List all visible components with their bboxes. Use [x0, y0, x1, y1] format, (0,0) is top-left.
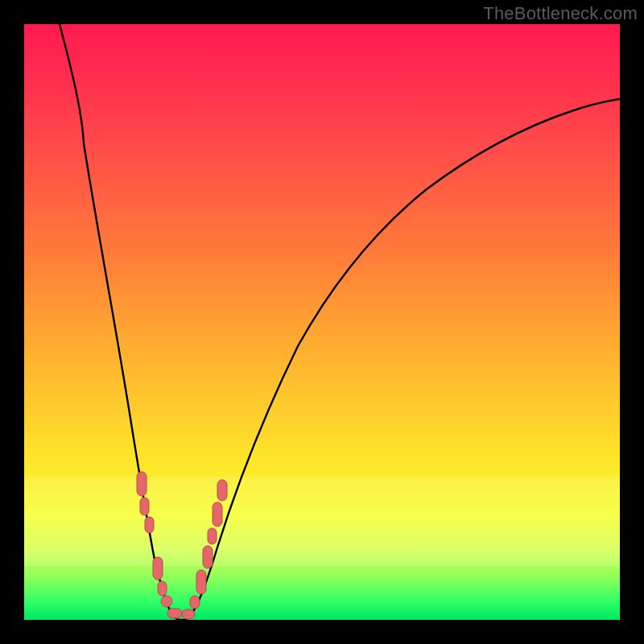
marker: [217, 480, 227, 501]
marker: [208, 528, 217, 544]
bottleneck-curve: [24, 24, 620, 620]
marker: [137, 472, 147, 496]
plot-area: [24, 24, 620, 620]
marker-group: [137, 472, 227, 619]
marker: [190, 596, 200, 609]
marker: [158, 581, 167, 596]
marker: [161, 596, 172, 607]
marker: [153, 557, 163, 580]
marker: [203, 546, 213, 568]
chart-frame: TheBottleneck.com: [0, 0, 644, 644]
marker: [196, 570, 206, 594]
marker: [140, 497, 149, 515]
curve-path: [60, 24, 620, 620]
marker: [182, 609, 195, 619]
marker: [167, 609, 182, 618]
watermark-label: TheBottleneck.com: [483, 3, 638, 24]
marker: [213, 502, 222, 526]
marker: [145, 517, 154, 533]
